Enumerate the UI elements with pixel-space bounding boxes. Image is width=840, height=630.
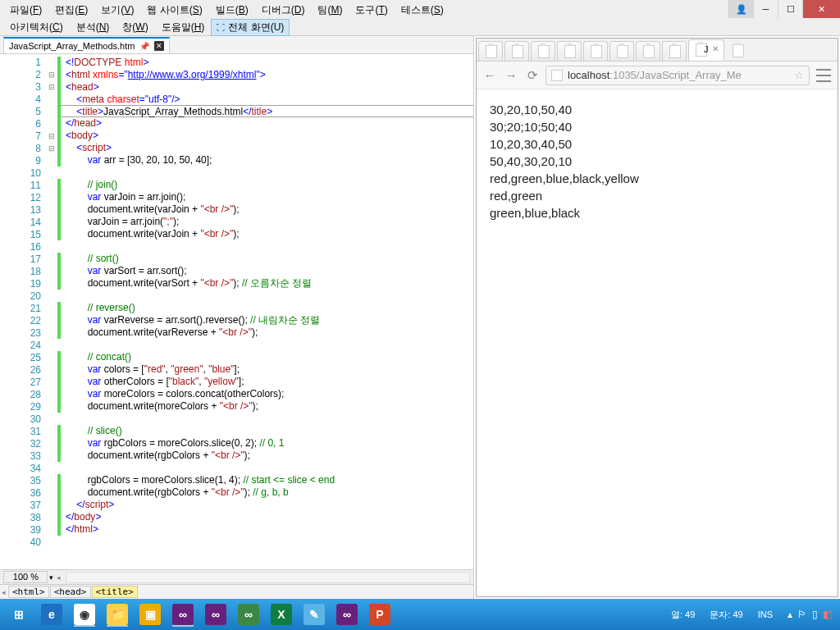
- url-port: :1035: [609, 69, 637, 81]
- browser-tab[interactable]: [557, 41, 582, 61]
- url-host: localhost: [568, 69, 609, 81]
- browser-tabstrip: J ✕ ▸: [477, 39, 838, 62]
- browser-tab[interactable]: [531, 41, 555, 61]
- taskbar-start[interactable]: ⊞: [3, 601, 34, 628]
- close-icon[interactable]: ✕: [712, 44, 719, 53]
- system-tray: 열: 49 문자: 49 INS ▴ 🏳 ▯ ◧: [671, 609, 837, 621]
- menu-item[interactable]: 팀(M): [311, 2, 349, 19]
- reload-button[interactable]: ⟳: [524, 67, 541, 84]
- status-col-label: 열:: [671, 609, 682, 619]
- close-icon[interactable]: ✕: [154, 41, 164, 51]
- browser-tab[interactable]: [609, 41, 634, 61]
- taskbar-vs3[interactable]: ∞: [233, 601, 264, 628]
- output-line: 50,40,30,20,10: [490, 153, 824, 170]
- status-char-label: 문자:: [710, 609, 730, 619]
- user-button[interactable]: 👤: [728, 0, 753, 18]
- editor-tabstrip: JavaScript_Array_Methods.htm 📌 ✕: [0, 36, 473, 54]
- breadcrumb-item[interactable]: <title>: [92, 586, 138, 598]
- status-col-val: 49: [685, 609, 695, 619]
- menu-item[interactable]: 도움말(H): [155, 19, 212, 36]
- zoom-dropdown-icon[interactable]: ▾: [49, 573, 53, 582]
- menubar: 파일(F)편집(E)보기(V)웹 사이트(S)빌드(B)디버그(D)팀(M)도구…: [0, 0, 840, 36]
- tray-network-icon[interactable]: ▯: [812, 609, 818, 620]
- taskbar-explorer[interactable]: 📁: [102, 601, 133, 628]
- minimize-button[interactable]: ─: [753, 0, 778, 18]
- menu-item[interactable]: 웹 사이트(S): [140, 2, 208, 19]
- menu-item[interactable]: 빌드(B): [209, 2, 255, 19]
- tray-notify-icon[interactable]: ◧: [823, 609, 832, 620]
- output-line: red,green,blue,black,yellow: [490, 170, 824, 187]
- output-line: 30;20;10;50;40: [490, 118, 824, 135]
- taskbar-ie[interactable]: e: [36, 601, 67, 628]
- editor-footer: 100 % ▾ ◂: [0, 569, 473, 584]
- fullscreen-icon: ⛶: [217, 23, 225, 32]
- back-button[interactable]: ←: [482, 67, 498, 84]
- browser-tab[interactable]: [478, 41, 503, 61]
- page-icon: [551, 70, 563, 81]
- taskbar-ppt[interactable]: P: [364, 601, 395, 628]
- output-line: green,blue,black: [490, 204, 824, 221]
- output-line: 30,20,10,50,40: [490, 101, 824, 118]
- taskbar-chrome[interactable]: ◉: [69, 601, 100, 628]
- forward-button[interactable]: →: [503, 67, 519, 84]
- hamburger-icon[interactable]: [815, 68, 833, 83]
- breadcrumb-strip: ◂ <html> <head> <title>: [0, 584, 473, 599]
- editor-pane: JavaScript_Array_Methods.htm 📌 ✕ 1234567…: [0, 36, 474, 599]
- scroll-left-icon[interactable]: ◂: [57, 573, 61, 582]
- menu-item[interactable]: 파일(F): [3, 2, 48, 19]
- browser-pane: J ✕ ▸ ← → ⟳ localhost:1035/JavaScript_Ar…: [476, 38, 838, 597]
- tray-flag-icon[interactable]: 🏳: [797, 609, 807, 620]
- browser-toolbar: ← → ⟳ localhost:1035/JavaScript_Array_Me…: [477, 62, 838, 89]
- window-controls: 👤 ─ ☐ ✕: [728, 0, 840, 18]
- menu-item[interactable]: 도구(T): [349, 2, 394, 19]
- url-path: /JavaScript_Array_Me: [637, 69, 742, 81]
- menu-item[interactable]: 디버그(D): [255, 2, 312, 19]
- fullscreen-button[interactable]: ⛶ 전체 화면(U): [211, 19, 290, 36]
- browser-tab-label: J: [704, 44, 709, 54]
- code-editor[interactable]: 1234567891011121314151617181920212223242…: [0, 54, 473, 569]
- tray-up-icon[interactable]: ▴: [788, 609, 792, 620]
- taskbar-excel[interactable]: X: [266, 601, 297, 628]
- taskbar-vs2[interactable]: ∞: [200, 601, 231, 628]
- menu-item[interactable]: 테스트(S): [395, 2, 450, 19]
- output-line: 10,20,30,40,50: [490, 135, 824, 153]
- output-line: red,green: [490, 187, 824, 204]
- zoom-level[interactable]: 100 %: [3, 571, 48, 583]
- menu-item[interactable]: 분석(N): [70, 19, 116, 36]
- browser-content: 30,20,10,50,4030;20;10;50;4010,20,30,40,…: [477, 89, 838, 596]
- taskbar-vs1[interactable]: ∞: [167, 601, 199, 628]
- horizontal-scrollbar[interactable]: [66, 572, 470, 583]
- breadcrumb-item[interactable]: <head>: [50, 586, 91, 598]
- breadcrumb-item[interactable]: <html>: [8, 586, 49, 598]
- breadcrumb-left-icon[interactable]: ◂: [2, 588, 6, 596]
- taskbar-notepad[interactable]: ✎: [299, 601, 330, 628]
- pin-icon[interactable]: 📌: [139, 42, 149, 51]
- new-tab-button[interactable]: ▸: [726, 41, 744, 61]
- status-char-val: 49: [733, 609, 742, 619]
- browser-tab[interactable]: [662, 41, 687, 61]
- taskbar-sql[interactable]: ▣: [135, 601, 166, 628]
- browser-tab[interactable]: [583, 41, 608, 61]
- menu-item[interactable]: 아키텍처(C): [3, 19, 70, 36]
- status-ins: INS: [758, 609, 773, 619]
- browser-tab[interactable]: [636, 41, 660, 61]
- bookmark-icon[interactable]: ☆: [794, 69, 804, 81]
- browser-tab[interactable]: [504, 41, 529, 61]
- menu-item[interactable]: 보기(V): [94, 2, 140, 19]
- taskbar-vs4[interactable]: ∞: [331, 601, 363, 628]
- close-button[interactable]: ✕: [802, 0, 840, 18]
- taskbar: ⊞e◉📁▣∞∞∞X✎∞P 열: 49 문자: 49 INS ▴ 🏳 ▯ ◧: [0, 599, 840, 630]
- address-bar[interactable]: localhost:1035/JavaScript_Array_Me ☆: [546, 66, 810, 85]
- editor-tab-label: JavaScript_Array_Methods.htm: [9, 41, 135, 51]
- menu-item[interactable]: 편집(E): [48, 2, 94, 19]
- menu-item[interactable]: 창(W): [116, 19, 154, 36]
- editor-tab-active[interactable]: JavaScript_Array_Methods.htm 📌 ✕: [3, 37, 170, 53]
- browser-tab-active[interactable]: J ✕: [688, 39, 724, 61]
- maximize-button[interactable]: ☐: [778, 0, 802, 18]
